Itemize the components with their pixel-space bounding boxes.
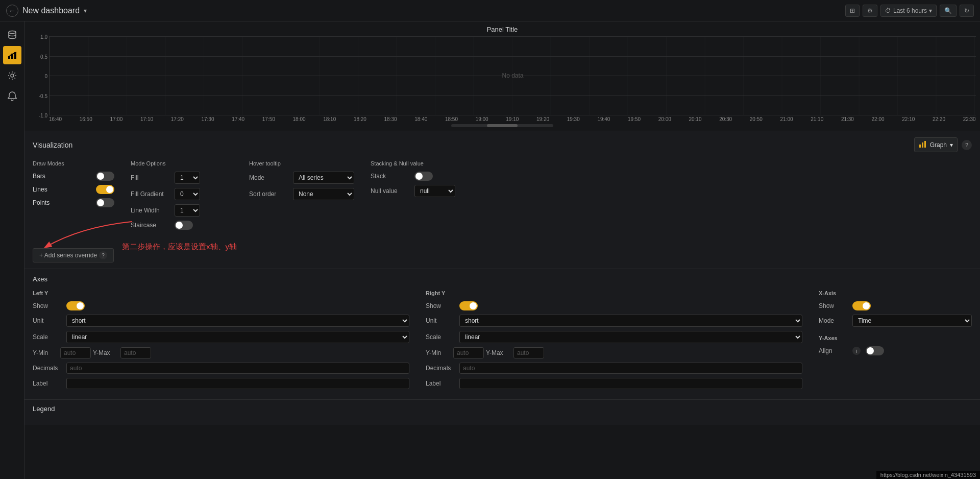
right-y-show-toggle[interactable] (459, 301, 478, 310)
viz-header: Visualization Graph ▾ (33, 137, 972, 152)
x-axis-mode-select[interactable]: Time (852, 315, 972, 327)
graph-bar-icon (919, 140, 927, 150)
x-label: 19:20 (536, 116, 549, 122)
scrollbar-track[interactable] (451, 124, 553, 127)
dashboard-title: New dashboard (22, 6, 80, 15)
settings-button[interactable]: ⚙ (863, 5, 877, 17)
right-y-show-label: Show (426, 302, 456, 309)
left-y-scale-label: Scale (33, 333, 63, 341)
x-label: 21:00 (780, 116, 793, 122)
y-axes-align-row: Align i (819, 346, 972, 355)
x-label: 18:40 (414, 116, 427, 122)
x-label: 20:50 (750, 116, 763, 122)
back-button[interactable]: ← (6, 5, 18, 17)
x-label: 22:20 (933, 116, 945, 122)
help-button[interactable]: ? (962, 140, 972, 150)
axes-grid: Left Y Show Unit short Scale (33, 290, 972, 393)
content: Panel Title 1.0 0.5 0 -0.5 -1.0 (24, 21, 980, 479)
time-range-button[interactable]: ⏱ Last 6 hours ▾ (880, 5, 937, 17)
y-label-05: 0.5 (40, 54, 47, 59)
left-y-unit-select[interactable]: short (66, 315, 409, 327)
svg-rect-8 (922, 142, 923, 148)
sidebar-item-settings[interactable] (3, 66, 21, 85)
left-y-show-toggle[interactable] (66, 301, 85, 310)
draw-modes-section: Draw Modes Bars Lines Point (33, 160, 114, 234)
lines-toggle-knob (106, 186, 113, 193)
x-label: 22:00 (872, 116, 885, 122)
left-y-decimals-input[interactable] (66, 363, 409, 374)
left-y-min-input[interactable] (60, 347, 91, 358)
right-y-title: Right Y (426, 290, 802, 296)
lines-toggle[interactable] (96, 185, 114, 194)
staircase-toggle[interactable] (175, 221, 193, 230)
hover-tooltip-title: Hover tooltip (249, 160, 354, 166)
x-label: 17:40 (232, 116, 244, 122)
bars-toggle[interactable] (96, 172, 114, 181)
points-toggle[interactable] (96, 198, 114, 207)
mode-options-title: Mode Options (131, 160, 233, 166)
y-axes-align-toggle[interactable] (866, 346, 884, 355)
stacking-title: Stacking & Null value (371, 160, 473, 166)
left-y-label-input[interactable] (66, 378, 409, 389)
stack-label: Stack (371, 173, 411, 180)
line-width-select[interactable]: 1 (175, 204, 200, 217)
stack-toggle[interactable] (414, 172, 433, 181)
x-label: 20:30 (719, 116, 732, 122)
search-button[interactable]: 🔍 (940, 5, 957, 17)
left-y-scale-select[interactable]: linear (66, 331, 409, 343)
left-y-label-label: Label (33, 380, 63, 387)
null-value-select[interactable]: null (414, 185, 455, 197)
scrollbar-thumb[interactable] (487, 124, 518, 127)
refresh-button[interactable]: ↻ (960, 5, 974, 17)
right-y-label-input[interactable] (459, 378, 802, 389)
graph-selector[interactable]: Graph ▾ (914, 137, 958, 152)
sidebar-item-chart[interactable] (3, 46, 21, 64)
right-y-scale-select[interactable]: linear (459, 331, 802, 343)
right-y-scale-label: Scale (426, 333, 456, 341)
right-y-decimals-input[interactable] (459, 363, 802, 374)
mode-row: Mode All series (249, 172, 354, 184)
bars-toggle-knob (97, 173, 104, 180)
fill-gradient-select[interactable]: 0 (175, 188, 200, 200)
sidebar (0, 21, 24, 479)
line-width-row: Line Width 1 (131, 204, 233, 217)
x-label: 19:10 (506, 116, 519, 122)
fill-select[interactable]: 1 (175, 172, 200, 184)
x-axis-show-toggle[interactable] (852, 301, 871, 310)
left-y-max-input[interactable] (120, 347, 151, 358)
graph-label: Graph (930, 141, 947, 149)
y-axes-title: Y-Axes (819, 335, 972, 341)
left-y-label-row: Label (33, 378, 409, 389)
share-button[interactable]: ⊞ (845, 5, 860, 17)
right-y-minmax-row: Y-Min Y-Max (426, 347, 802, 358)
sidebar-item-alerts[interactable] (3, 87, 21, 105)
right-y-min-input[interactable] (453, 347, 484, 358)
svg-point-0 (9, 31, 16, 34)
left-y-decimals-row: Decimals (33, 363, 409, 374)
y-axes-align-label: Align (819, 347, 849, 354)
x-axis-mode-label: Mode (819, 317, 849, 324)
header: ← New dashboard ▾ ⊞ ⚙ ⏱ Last 6 hours ▾ 🔍… (0, 0, 980, 21)
staircase-row: Staircase (131, 221, 233, 230)
svg-rect-7 (919, 145, 921, 148)
sidebar-item-database[interactable] (3, 26, 21, 44)
annotation-container: 第二步操作，应该是设置x轴、y轴 (122, 242, 237, 252)
left-y-title: Left Y (33, 290, 409, 296)
right-y-max-input[interactable] (513, 347, 544, 358)
line-width-label: Line Width (131, 207, 172, 214)
chart-area: Panel Title 1.0 0.5 0 -0.5 -1.0 (24, 21, 980, 131)
right-y-show-row: Show (426, 301, 802, 310)
mode-options-section: Mode Options Fill 1 Fill Gradient 0 (131, 160, 233, 234)
main-layout: Panel Title 1.0 0.5 0 -0.5 -1.0 (0, 21, 980, 479)
x-label: 20:10 (689, 116, 701, 122)
bell-icon (7, 91, 17, 101)
title-caret[interactable]: ▾ (84, 7, 87, 14)
mode-select[interactable]: All series (293, 172, 354, 184)
fill-gradient-row: Fill Gradient 0 (131, 188, 233, 200)
right-y-unit-select[interactable]: short (459, 315, 802, 327)
left-y-minmax-row: Y-Min Y-Max (33, 347, 409, 358)
add-series-override-button[interactable]: + Add series override ? (33, 248, 114, 262)
sort-order-select[interactable]: None (293, 188, 354, 200)
right-y-column: Right Y Show Unit short Scal (426, 290, 802, 393)
null-value-label: Null value (371, 187, 411, 195)
